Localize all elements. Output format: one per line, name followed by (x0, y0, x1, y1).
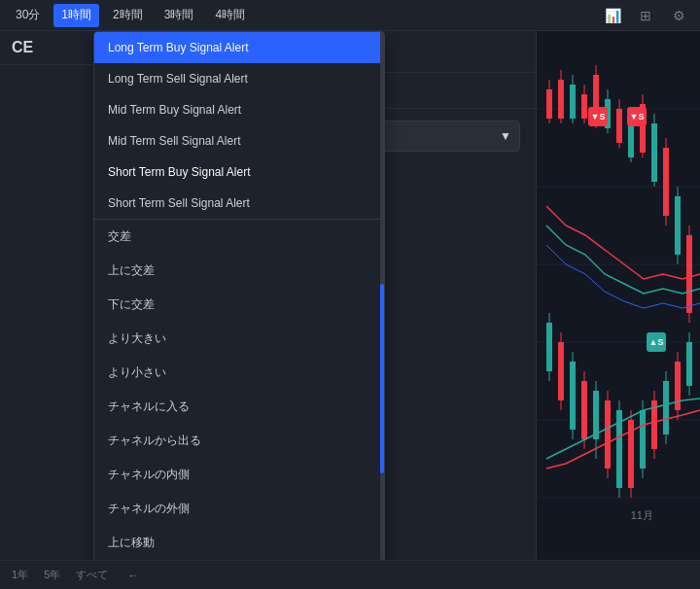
sell-signal-1-label: ▼S (591, 112, 606, 121)
dropdown-item-enter-channel[interactable]: チャネルに入る (94, 390, 384, 424)
timerange-1y[interactable]: 1年 (12, 568, 28, 582)
chart-type-icon[interactable]: 📊 (599, 4, 626, 27)
sell-signal-2-label: ▼S (630, 112, 645, 121)
dropdown-item-short-buy[interactable]: Short Term Buy Signal Alert (94, 156, 384, 188)
dropdown-item-exit-channel[interactable]: チャネルから出る (94, 424, 384, 458)
timeframe-1h[interactable]: 1時間 (53, 4, 99, 27)
dropdown-item-mid-sell[interactable]: Mid Term Sell Signal Alert (94, 125, 384, 156)
buy-signal-1-label: ▲S (649, 337, 664, 347)
symbol-label: CE (0, 31, 108, 65)
timeframe-30min[interactable]: 30分 (8, 4, 48, 27)
dropdown-item-greater[interactable]: より大きい (94, 322, 384, 356)
dropdown-item-outside-channel[interactable]: チャネルの外側 (94, 492, 384, 526)
dropdown-item-cross[interactable]: 交差 (94, 220, 384, 254)
timerange-5y[interactable]: 5年 (44, 568, 60, 582)
timeframe-4h[interactable]: 4時間 (207, 4, 253, 27)
condition-dropdown-menu: Long Term Buy Signal Alert Long Term Sel… (93, 31, 385, 589)
dropdown-item-long-sell[interactable]: Long Term Sell Signal Alert (94, 63, 384, 94)
candlestick-chart (537, 31, 700, 560)
dropdown-scrollbar[interactable] (380, 32, 384, 589)
dropdown-item-long-buy[interactable]: Long Term Buy Signal Alert (94, 32, 384, 63)
timeframe-3h[interactable]: 3時間 (157, 4, 202, 27)
separator-options-section: 交差 上に交差 下に交差 より大きい より小さい チャネルに入る チャネルから出… (94, 220, 384, 589)
dropdown-item-cross-down[interactable]: 下に交差 (94, 288, 384, 322)
sell-signal-2: ▼S (627, 107, 647, 126)
dropdown-item-short-sell[interactable]: Short Term Sell Signal Alert (94, 188, 384, 219)
dropdown-item-cross-up[interactable]: 上に交差 (94, 254, 384, 288)
dropdown-item-mid-buy[interactable]: Mid Term Buy Signal Alert (94, 94, 384, 125)
settings-icon[interactable]: ⚙ (665, 4, 692, 27)
arrow-left-icon[interactable]: ← (127, 570, 138, 581)
november-label: 11月 (631, 508, 653, 523)
panel-body: 条件 Short Term Buy Signal Alert ▼ Long Te… (109, 109, 536, 486)
conditions-content: Short Term Buy Signal Alert ▼ Long Term … (202, 121, 520, 152)
timeframe-2h[interactable]: 2時間 (105, 4, 151, 27)
chevron-down-icon: ▼ (500, 129, 511, 143)
chart-area: ▼S ▼S ▲S 11月 (537, 31, 700, 560)
bottom-bar: 1年 5年 すべて ← (0, 560, 700, 589)
sell-signal-1: ▼S (588, 107, 608, 126)
main-panel: BTCUSDTのア... 設定 通知 3 条件 Short Term Buy S… (109, 31, 537, 589)
dropdown-scrollbar-thumb (380, 284, 384, 472)
dropdown-item-inside-channel[interactable]: チャネルの内側 (94, 458, 384, 492)
top-toolbar: 30分 1時間 2時間 3時間 4時間 📊 ⊞ ⚙ (0, 0, 700, 31)
conditions-row: 条件 Short Term Buy Signal Alert ▼ Long Te… (124, 121, 520, 152)
signal-options-section: Long Term Buy Signal Alert Long Term Sel… (94, 32, 384, 220)
buy-signal-1: ▲S (647, 332, 666, 352)
grid-icon[interactable]: ⊞ (632, 4, 659, 27)
dropdown-item-move-up[interactable]: 上に移動 (94, 526, 384, 560)
dropdown-item-less[interactable]: より小さい (94, 356, 384, 390)
timerange-all[interactable]: すべて (76, 568, 108, 582)
